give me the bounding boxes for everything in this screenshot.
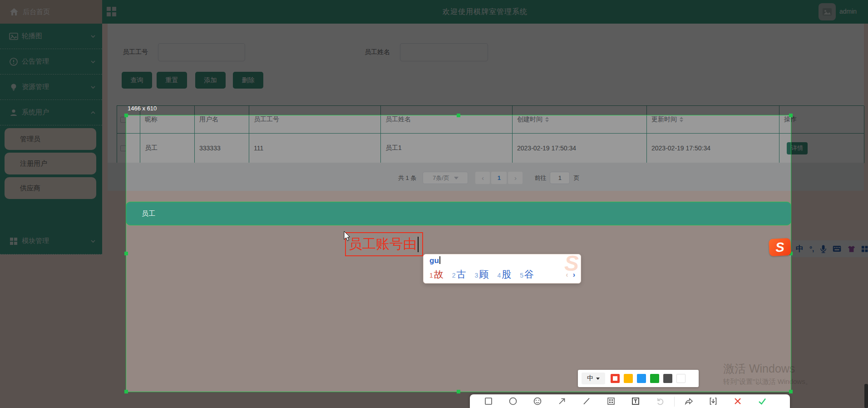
- sidebar-home-label: 后台首页: [23, 8, 50, 16]
- subitem-label: 注册用户: [20, 159, 47, 168]
- color-swatch-yellow[interactable]: [624, 374, 633, 383]
- toolbar-separator: [674, 397, 675, 407]
- font-size-value: 中: [587, 374, 593, 383]
- scrollbar-thumb[interactable]: [864, 384, 868, 408]
- ime-candidate-popup: S gu 1故 2古 3顾 4股 5谷 ‹›: [423, 254, 581, 284]
- skin-icon[interactable]: [848, 245, 855, 253]
- bulb-icon: [9, 83, 18, 92]
- rectangle-tool[interactable]: [476, 396, 501, 406]
- sidebar-item-label: 模块管理: [22, 237, 49, 245]
- undo-button[interactable]: [648, 396, 672, 406]
- ime-candidate-2[interactable]: 2古: [452, 268, 466, 281]
- selection-handle-sw[interactable]: [124, 390, 128, 393]
- ime-punctuation-icon[interactable]: °,: [809, 245, 814, 253]
- image-placeholder-icon: [822, 7, 832, 17]
- mouse-cursor: [344, 231, 350, 241]
- add-button[interactable]: 添加: [195, 72, 226, 89]
- employee-no-label: 员工工号: [123, 48, 148, 56]
- sidebar-item-notice[interactable]: 公告管理: [0, 49, 102, 75]
- employee-name-label: 员工姓名: [365, 48, 390, 56]
- arrow-tool[interactable]: [550, 396, 574, 406]
- cell-actions: 详情: [779, 134, 864, 163]
- chevron-up-icon: [90, 110, 96, 115]
- chevron-down-icon: [90, 85, 96, 90]
- color-swatch-red[interactable]: [611, 374, 620, 383]
- sidebar: 后台首页 轮播图 公告管理 资源管理 系统用户 管理员 注册用户 供应商 员工: [0, 0, 102, 254]
- selection-handle-s[interactable]: [457, 390, 460, 393]
- username-label[interactable]: admin: [839, 8, 857, 15]
- ime-candidate-5[interactable]: 5谷: [520, 268, 534, 281]
- selection-handle-ne[interactable]: [789, 114, 793, 117]
- sidebar-item-modules[interactable]: 模块管理: [0, 228, 102, 254]
- employee-no-input[interactable]: [158, 43, 245, 61]
- employee-name-input[interactable]: [400, 43, 488, 61]
- sogou-logo-letter: S: [775, 239, 784, 255]
- reset-button[interactable]: 重置: [157, 72, 187, 89]
- page-title: 欢迎使用棋牌室管理系统: [102, 0, 868, 24]
- ime-candidate-3[interactable]: 3顾: [475, 268, 489, 281]
- pen-tool[interactable]: [574, 396, 599, 406]
- selection-handle-nw[interactable]: [124, 114, 128, 117]
- delete-button[interactable]: 删除: [233, 72, 263, 89]
- confirm-capture-button[interactable]: [750, 396, 774, 406]
- ime-prev-page-arrow[interactable]: ‹: [566, 271, 568, 279]
- ellipse-tool[interactable]: [501, 396, 525, 406]
- avatar[interactable]: [819, 3, 836, 20]
- text-tool[interactable]: [623, 396, 648, 406]
- color-swatch-white[interactable]: [676, 374, 686, 383]
- capture-tools-toolbar: [470, 394, 790, 408]
- emoji-tool[interactable]: [525, 396, 550, 406]
- color-swatch-blue[interactable]: [637, 374, 646, 383]
- font-size-dropdown[interactable]: 中: [582, 373, 605, 384]
- sidebar-subitem-supplier[interactable]: 供应商: [5, 177, 96, 199]
- annotation-style-toolbar: 中: [578, 370, 699, 387]
- image-icon: [9, 32, 18, 41]
- sidebar-item-home[interactable]: 后台首页: [0, 0, 102, 24]
- soft-keyboard-icon[interactable]: [833, 245, 841, 252]
- selection-handle-w[interactable]: [124, 252, 128, 255]
- sidebar-item-label: 轮播图: [22, 32, 42, 40]
- chevron-down-icon: [90, 239, 96, 244]
- modules-grid-icon: [9, 237, 18, 246]
- ime-next-page-arrow[interactable]: ›: [573, 271, 575, 279]
- col-header-actions: 操作: [779, 106, 864, 134]
- chevron-down-icon: [90, 59, 96, 65]
- chevron-down-icon: [90, 34, 96, 39]
- selection-handle-se[interactable]: [789, 390, 793, 393]
- user-icon: [9, 108, 18, 117]
- pinyin-text: gu: [429, 256, 439, 265]
- sidebar-menu: 轮播图 公告管理 资源管理 系统用户 管理员 注册用户 供应商 员工 模块管理: [0, 24, 102, 254]
- sidebar-item-system-users[interactable]: 系统用户: [0, 100, 102, 125]
- mosaic-tool[interactable]: [599, 396, 623, 406]
- color-swatch-gray[interactable]: [663, 374, 672, 383]
- sidebar-item-resources[interactable]: 资源管理: [0, 75, 102, 100]
- selection-size-label: 1466 x 610: [128, 105, 157, 112]
- annotation-text[interactable]: 员工账号由: [349, 235, 417, 254]
- sidebar-subitem-registered-users[interactable]: 注册用户: [5, 153, 96, 174]
- ime-pinyin: gu: [429, 256, 440, 265]
- color-swatch-green[interactable]: [650, 374, 659, 383]
- ime-candidate-1[interactable]: 1故: [429, 268, 444, 281]
- sidebar-item-carousel[interactable]: 轮播图: [0, 24, 102, 49]
- selection-handle-n[interactable]: [457, 114, 460, 117]
- ime-candidate-4[interactable]: 4股: [497, 268, 511, 281]
- query-button[interactable]: 查询: [122, 72, 152, 89]
- share-button[interactable]: [676, 396, 701, 406]
- sidebar-subitem-admin[interactable]: 管理员: [5, 128, 96, 150]
- cancel-capture-button[interactable]: [725, 396, 750, 406]
- sidebar-item-label: 系统用户: [22, 108, 49, 117]
- toolbox-grid-icon[interactable]: [861, 245, 868, 253]
- ime-chinese-mode-icon[interactable]: 中: [796, 244, 804, 254]
- microphone-icon[interactable]: [820, 244, 827, 254]
- ime-candidate-list: 1故 2古 3顾 4股 5谷: [429, 268, 534, 281]
- annotation-text-box[interactable]: 员工账号由: [345, 232, 423, 256]
- text-caret: [418, 237, 419, 252]
- subitem-label: 供应商: [20, 184, 40, 193]
- download-button[interactable]: [701, 396, 725, 406]
- color-swatches: [611, 374, 686, 383]
- home-icon: [10, 8, 18, 15]
- top-header: 欢迎使用棋牌室管理系统 admin: [102, 0, 868, 24]
- ime-language-bar[interactable]: 中 °,: [790, 240, 868, 257]
- capture-selection[interactable]: [126, 115, 791, 392]
- sogou-logo[interactable]: S: [769, 238, 791, 256]
